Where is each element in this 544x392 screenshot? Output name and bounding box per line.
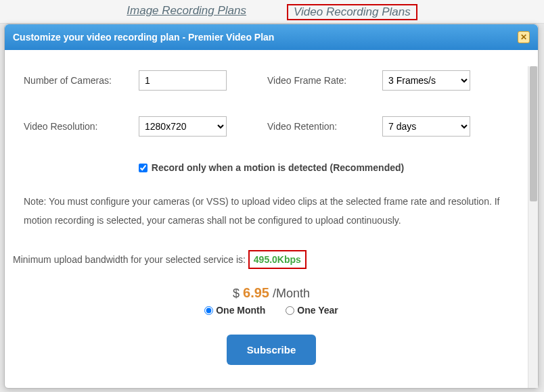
radio-one-month[interactable] bbox=[204, 306, 213, 315]
price-currency: $ bbox=[233, 287, 240, 300]
retention-select[interactable]: 7 days bbox=[382, 116, 470, 137]
one-month-label: One Month bbox=[216, 305, 265, 316]
close-icon[interactable]: ✕ bbox=[518, 31, 530, 43]
subscribe-button[interactable]: Subscribe bbox=[227, 335, 317, 365]
resolution-select[interactable]: 1280x720 bbox=[139, 116, 227, 137]
resolution-label: Video Resolution: bbox=[24, 121, 139, 132]
one-year-label: One Year bbox=[297, 305, 338, 316]
duration-one-month[interactable]: One Month bbox=[204, 305, 265, 316]
num-cameras-label: Number of Cameras: bbox=[24, 75, 139, 86]
customize-plan-dialog: Customize your video recording plan - Pr… bbox=[4, 24, 539, 389]
duration-one-year[interactable]: One Year bbox=[286, 305, 338, 316]
tab-image-recording[interactable]: Image Recording Plans bbox=[127, 4, 246, 20]
price-amount: 6.95 bbox=[243, 285, 269, 300]
plan-tabs: Image Recording Plans Video Recording Pl… bbox=[0, 0, 544, 24]
price-line: $ 6.95 /Month bbox=[24, 285, 519, 301]
radio-one-year[interactable] bbox=[286, 306, 294, 315]
dialog-title-text: Customize your video recording plan - Pr… bbox=[13, 32, 274, 43]
retention-label: Video Retention: bbox=[267, 121, 382, 132]
price-period: /Month bbox=[273, 287, 310, 300]
scrollbar-thumb[interactable] bbox=[530, 66, 537, 201]
bandwidth-line: Minimum upload bandwidth for your select… bbox=[13, 250, 519, 269]
motion-detect-label: Record only when a motion is detected (R… bbox=[152, 162, 404, 173]
bandwidth-label: Minimum upload bandwidth for your select… bbox=[13, 254, 246, 265]
scrollbar[interactable] bbox=[528, 66, 538, 388]
bandwidth-value: 495.0Kbps bbox=[248, 250, 307, 269]
frame-rate-label: Video Frame Rate: bbox=[267, 75, 382, 86]
dialog-body: Number of Cameras: Video Frame Rate: 3 F… bbox=[5, 50, 538, 388]
frame-rate-select[interactable]: 3 Frames/s bbox=[382, 70, 470, 91]
dialog-titlebar: Customize your video recording plan - Pr… bbox=[5, 24, 538, 50]
num-cameras-input[interactable] bbox=[139, 70, 227, 91]
motion-detect-checkbox[interactable] bbox=[139, 164, 148, 172]
config-note: Note: You must configure your cameras (o… bbox=[24, 192, 519, 230]
duration-options: One Month One Year bbox=[24, 305, 519, 316]
tab-video-recording[interactable]: Video Recording Plans bbox=[287, 4, 417, 20]
